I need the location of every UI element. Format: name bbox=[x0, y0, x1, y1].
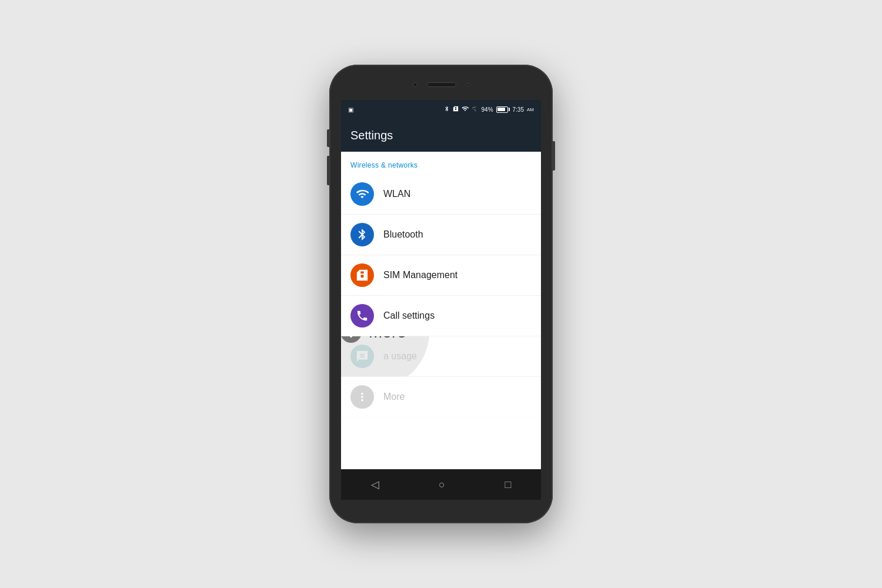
nav-bar: ◁ ○ □ bbox=[341, 469, 541, 500]
sim-icon bbox=[356, 269, 369, 282]
more-item-label: More bbox=[383, 392, 405, 402]
status-left-icons: ▣ bbox=[348, 106, 353, 113]
bluetooth-icon bbox=[356, 228, 369, 241]
sim-icon-circle bbox=[350, 263, 374, 287]
section-header-wireless: Wireless & networks bbox=[341, 152, 541, 174]
call-label: Call settings bbox=[383, 310, 435, 321]
phone-top-bar bbox=[329, 65, 553, 100]
wifi-icon bbox=[356, 188, 369, 201]
recent-button[interactable]: □ bbox=[495, 474, 520, 496]
status-right-icons: 94% 7:35 AM bbox=[444, 105, 534, 113]
camera bbox=[413, 82, 417, 87]
settings-item-bluetooth[interactable]: Bluetooth bbox=[341, 215, 541, 255]
data-icon-circle bbox=[350, 345, 374, 368]
volume-down-button[interactable] bbox=[327, 156, 329, 185]
time-suffix: AM bbox=[527, 107, 534, 112]
svg-rect-0 bbox=[472, 105, 479, 112]
bluetooth-status-icon bbox=[444, 105, 450, 113]
wlan-label: WLAN bbox=[383, 189, 410, 199]
power-button[interactable] bbox=[553, 141, 555, 171]
settings-item-data[interactable]: a usage More bbox=[341, 336, 541, 377]
more-icon-circle bbox=[350, 385, 374, 409]
wifi-status-icon bbox=[462, 105, 469, 113]
call-icon-circle bbox=[350, 304, 374, 328]
settings-item-sim[interactable]: SIM Management bbox=[341, 255, 541, 296]
status-bar: ▣ bbox=[341, 100, 541, 119]
data-label: a usage bbox=[383, 351, 417, 362]
settings-item-call[interactable]: Call settings bbox=[341, 296, 541, 336]
app-bar: Settings bbox=[341, 119, 541, 152]
more-dots-icon bbox=[341, 336, 362, 343]
phone-screen: ▣ bbox=[341, 100, 541, 500]
phone-icon bbox=[356, 309, 369, 322]
highlight-content: More bbox=[341, 336, 406, 343]
home-button[interactable]: ○ bbox=[429, 474, 455, 496]
dot-3 bbox=[350, 336, 352, 338]
wlan-icon-circle bbox=[350, 182, 374, 206]
bluetooth-icon-circle bbox=[350, 223, 374, 246]
sim-status-icon bbox=[453, 105, 459, 113]
speaker bbox=[427, 82, 456, 87]
more-label: More bbox=[369, 336, 406, 342]
sensor bbox=[466, 83, 469, 86]
battery-percent: 94% bbox=[482, 106, 493, 113]
settings-item-wlan[interactable]: WLAN bbox=[341, 174, 541, 215]
back-button[interactable]: ◁ bbox=[362, 473, 389, 496]
sim-label: SIM Management bbox=[383, 270, 457, 280]
notification-icon: ▣ bbox=[348, 106, 353, 113]
battery-icon bbox=[496, 106, 510, 113]
data-usage-icon bbox=[356, 350, 369, 363]
page-title: Settings bbox=[350, 129, 393, 142]
time-display: 7:35 bbox=[513, 106, 524, 113]
settings-item-more[interactable]: More bbox=[341, 377, 541, 417]
signal-icon bbox=[472, 105, 479, 113]
bluetooth-label: Bluetooth bbox=[383, 229, 423, 240]
more-vertical-icon bbox=[356, 390, 369, 403]
phone-device: ▣ bbox=[329, 65, 553, 523]
settings-content: Wireless & networks WLAN Bluetooth bbox=[341, 152, 541, 469]
volume-up-button[interactable] bbox=[327, 129, 329, 147]
